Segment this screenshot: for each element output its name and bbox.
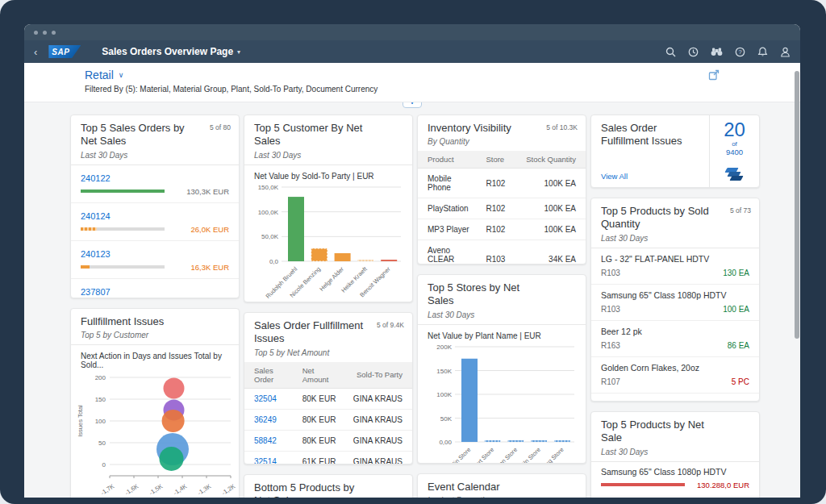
value-label: 130,3K EUR [171,187,229,196]
sales-order-link[interactable]: 32504 [244,388,298,409]
table-cell: GINA KRAUS [345,409,412,430]
sales-order-link[interactable]: 240124 [81,211,111,221]
bubble-brigitte-bucher[interactable] [164,378,185,399]
table-cell: 80K EUR [298,430,345,451]
card-top-customers[interactable]: Top 5 Customer By Net Sales Last 30 Days… [244,115,413,302]
column-header[interactable]: Store [481,151,513,169]
cell-product: Aveno CLEAR COMPLEXION... [418,240,481,264]
list-item[interactable]: Samsung 65" Class 1080p HDTVR103100 EA [591,284,759,320]
table-cell: 61K EUR [298,451,345,464]
profile-icon[interactable] [780,47,791,57]
bell-icon[interactable] [757,47,768,57]
layers-icon [726,168,744,182]
vertical-scrollbar[interactable] [795,71,799,339]
card-top-sales-orders[interactable]: Top 5 Sales Orders by Net Sales 5 of 80 … [70,115,240,298]
svg-text:Berlin Store: Berlin Store [444,446,472,464]
svg-text:-1,7K: -1,7K [99,483,115,498]
list-item[interactable]: LG - 32" FLAT-PANEL HDTVR103130 EA [591,248,759,284]
card-subtitle: Look at Promotion [428,496,576,498]
card-fulfillment-table[interactable]: Sales Order Fullfillment Issues 5 of 9.4… [244,312,413,464]
table-row[interactable]: 3251461K EURGINA KRAUS [244,451,412,464]
window-control-dot[interactable] [52,31,56,35]
list-item[interactable]: Samsung 65" Class 1080p HDTV130.288,0 EU… [591,462,759,496]
dashboard-column-3: Inventory Visibility 5 of 10.3K By Quant… [417,115,586,498]
table-row[interactable]: 5884280K EURGINA KRAUS [244,430,412,451]
card-event-calendar[interactable]: Event Calendar Look at Promotion [417,473,586,498]
table-cell: R102 [481,219,513,240]
chart-label: Net Value by Sold-To Party | EUR [244,165,412,182]
product-name: Samsung 65" Class 1080p HDTV [601,290,749,300]
shell-actions: ? [665,47,791,57]
window-control-dot[interactable] [43,31,47,35]
card-inventory-visibility[interactable]: Inventory Visibility 5 of 10.3K By Quant… [417,115,586,264]
binoculars-icon[interactable] [711,47,723,56]
header-collapse-button[interactable]: ∨ [403,102,422,108]
window-control-dot[interactable] [34,31,38,35]
svg-text:-1,5K: -1,5K [148,483,164,498]
list-item[interactable]: 240122130,3K EUR [71,165,239,202]
svg-text:Köln Store: Köln Store [517,446,542,464]
shell-header: ‹ SAP Sales Orders Overview Page ▾ ? [24,40,800,63]
column-header[interactable]: Product [418,151,481,169]
dashboard-column-4: Sales Order Fulfillment Issues View All … [590,115,760,498]
card-net-sale[interactable]: Top 5 Products by Net Sale Last 30 Days … [590,411,760,498]
variant-label: Retail [85,69,114,81]
bubble-helge-alder[interactable] [160,447,184,471]
table-cell: 100K EA [514,219,586,240]
back-icon[interactable]: ‹ [34,46,37,58]
table-row[interactable]: Mobile PhoneR102100K EA [418,169,586,198]
list-item[interactable]: 2378072,0K EUR [71,278,239,299]
column-header[interactable]: Sold-To Party [345,362,412,389]
sales-order-list: 240122130,3K EUR24012426,0K EUR24012316,… [71,165,239,299]
card-kpi-fulfillment[interactable]: Sales Order Fulfillment Issues View All … [590,115,760,188]
sales-order-link[interactable]: 32514 [244,451,298,464]
help-icon[interactable]: ? [735,47,745,57]
table-row[interactable]: 3250480K EURGINA KRAUS [244,388,412,409]
table-cell: 100K EA [514,169,586,198]
svg-text:-1,3K: -1,3K [196,483,212,498]
list-item[interactable]: Beer 12 pkR16386 EA [591,320,759,356]
variant-selector[interactable]: Retail ∨ [85,69,123,81]
sales-order-link[interactable]: 58842 [244,430,298,451]
sales-order-link[interactable]: 237807 [81,287,111,297]
table-row[interactable]: PlayStationR102100K EA [418,198,586,219]
table-row[interactable]: MP3 PlayerR102100K EA [418,219,586,240]
card-count: 5 of 10.3K [546,123,578,131]
column-header[interactable]: Sales Order [244,362,298,389]
svg-text:Issues Total: Issues Total [77,405,84,437]
list-item[interactable]: Golden Corn Flakes, 20ozR1075 PC [591,356,759,393]
column-header[interactable]: Net Amount [298,362,345,389]
progress-bar [601,483,685,486]
list-item[interactable]: 24012316,3K EUR [71,240,239,278]
list-item[interactable]: 24012426,0K EUR [71,202,239,240]
sales-order-link[interactable]: 240123 [81,249,111,259]
search-icon[interactable] [665,47,676,57]
app-title[interactable]: Sales Orders Overview Page [102,46,233,57]
svg-text:200: 200 [95,374,106,381]
progress-bar [81,265,165,269]
card-top-stores[interactable]: Top 5 Stores by Net Sales Last 30 Days N… [417,274,586,464]
card-fulfillment-bubble[interactable]: Fullfillment Issues Top 5 by Customer Ne… [70,308,240,498]
column-header[interactable]: Stock Quantity [514,151,586,169]
title-dropdown-caret[interactable]: ▾ [237,48,240,56]
sales-order-link[interactable]: 240122 [81,173,111,183]
list-item[interactable]: LG - 32" FLAT-PANEL HDTV42.590,7 EUR [591,496,759,498]
product-name: Beef Broth French Onion Style [601,399,749,402]
progress-bar [81,227,165,231]
bubble-rudolph-bruehl[interactable] [162,410,185,432]
net-sale-list: Samsung 65" Class 1080p HDTV130.288,0 EU… [591,462,759,498]
card-title: Top 5 Stores by Net Sales [428,281,576,308]
clock-icon[interactable] [688,47,699,57]
list-item[interactable]: Beef Broth French Onion StyleR1105 EA [591,393,759,402]
table-row[interactable]: Aveno CLEAR COMPLEXION...R10334K EA [418,240,586,264]
card-bottom-products[interactable]: Bottom 5 Products by Net Sale Last 30 Da… [244,474,413,498]
card-sold-quantity[interactable]: Top 5 Products by Sold Quantity 5 of 73 … [590,198,760,402]
table-row[interactable]: 3624980K EURGINA KRAUS [244,409,412,430]
sales-order-link[interactable]: 36249 [244,409,298,430]
card-count: 5 of 9.4K [377,321,404,329]
card-subtitle: Last 30 Days [601,448,749,456]
sap-logo[interactable]: SAP [48,45,81,58]
inventory-table: ProductStoreStock QuantityMobile PhoneR1… [418,151,586,264]
view-all-link[interactable]: View All [601,172,701,181]
share-icon[interactable] [708,69,720,81]
